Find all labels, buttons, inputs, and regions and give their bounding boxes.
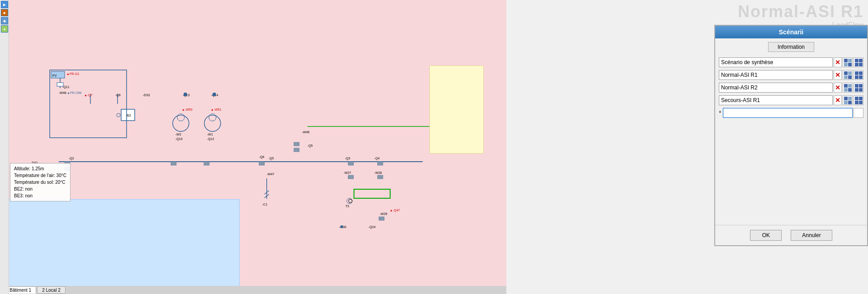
scenario-row-0: ✕ — [719, 57, 863, 67]
svg-text:-Q10: -Q10 — [175, 137, 183, 141]
scenario-del-btn-3[interactable]: ✕ — [834, 95, 842, 105]
svg-rect-83 — [204, 162, 209, 165]
scenario-icon-btn-3a[interactable] — [843, 95, 853, 105]
scenario-icon-btn-0b[interactable] — [854, 57, 863, 67]
svg-rect-82 — [171, 162, 176, 165]
svg-rect-48 — [348, 162, 354, 165]
tooltip-line2: Température de l'air: 30°C — [14, 172, 66, 179]
svg-text:-W1: -W1 — [207, 133, 213, 136]
svg-text:-DS2: -DS2 — [143, 93, 150, 97]
toolbar-btn-4[interactable]: ● — [1, 25, 8, 33]
svg-rect-70 — [354, 189, 390, 198]
svg-rect-53 — [259, 162, 264, 165]
svg-text:▲PR-G1: ▲PR-G1 — [66, 72, 79, 75]
title-area: Normal-ASI R1 LoadFlow — [506, 0, 868, 27]
tooltip-line5: BE3: non — [14, 192, 66, 199]
scenario-icon-btn-2a[interactable] — [843, 83, 853, 93]
svg-text:-Q6: -Q6 — [259, 155, 264, 159]
dialog-footer: OK Annuler — [715, 225, 867, 245]
new-scenario-row: * — [719, 108, 863, 118]
svg-line-58 — [264, 191, 269, 194]
svg-text:-W46: -W46 — [302, 131, 310, 134]
svg-point-62 — [349, 199, 352, 203]
tooltip-line4: BE2: non — [14, 186, 66, 192]
svg-rect-43 — [294, 148, 299, 152]
svg-text:-Q11: -Q11 — [62, 85, 70, 89]
scenarii-dialog: Scénarii Information ✕ — [714, 25, 868, 246]
svg-rect-65 — [379, 217, 384, 220]
info-button-row: Information — [719, 42, 863, 52]
scenario-input-3[interactable] — [719, 95, 833, 105]
scenario-icon-btn-2b[interactable] — [854, 83, 863, 93]
svg-rect-50 — [348, 175, 354, 179]
svg-point-20 — [173, 115, 189, 131]
scenario-icon-btn-1a[interactable] — [843, 70, 853, 80]
scenario-del-btn-1[interactable]: ✕ — [834, 70, 842, 80]
svg-text:-Q4: -Q4 — [374, 157, 380, 160]
toolbar-btn-1[interactable]: ▶ — [1, 1, 8, 8]
scenario-input-0[interactable] — [719, 57, 833, 67]
scenario-input-2[interactable] — [719, 83, 833, 93]
svg-text:-C1: -C1 — [262, 203, 267, 206]
new-scenario-input[interactable] — [723, 108, 853, 118]
tooltip-line1: Altitude: 1.25m — [14, 165, 66, 172]
svg-text:PV: PV — [52, 74, 57, 77]
scenario-icon-btn-3b[interactable] — [854, 95, 863, 105]
dialog-header: Scénarii — [715, 26, 867, 38]
new-scenario-icon-btn[interactable] — [854, 108, 863, 118]
svg-text:-W48: -W48 — [59, 91, 66, 94]
svg-rect-5 — [57, 83, 63, 86]
svg-text:-Q5: -Q5 — [307, 144, 313, 148]
toolbar-btn-3[interactable]: ◆ — [1, 17, 8, 24]
cancel-button[interactable]: Annuler — [791, 230, 832, 241]
svg-rect-30 — [50, 70, 127, 138]
bottom-blue-area — [0, 199, 240, 294]
ok-button[interactable]: OK — [750, 230, 782, 241]
svg-text:-Q5: -Q5 — [269, 157, 274, 160]
scenario-row-1: ✕ — [719, 70, 863, 80]
dialog-body: Information ✕ ✕ — [715, 38, 867, 225]
svg-text:▲-W51: ▲-W51 — [211, 108, 222, 111]
left-toolbar: ▶ ■ ◆ ● — [0, 0, 9, 294]
svg-rect-42 — [294, 142, 299, 146]
new-scenario-star: * — [719, 109, 721, 117]
scenario-del-btn-0[interactable]: ✕ — [834, 57, 842, 67]
svg-text:▲-W50: ▲-W50 — [182, 108, 193, 111]
yellow-area — [429, 65, 484, 154]
tab-local2[interactable]: 2 Local 2 — [37, 286, 66, 294]
scenario-icon-btn-1b[interactable] — [854, 70, 863, 80]
bottom-tabs: 1 Bâtiment 1 2 Local 2 — [0, 286, 506, 294]
svg-text:-Q8: -Q8 — [115, 93, 121, 97]
title-main: Normal-ASI R1 — [738, 2, 863, 21]
info-button[interactable]: Information — [768, 42, 814, 52]
svg-text:▲-Q7: ▲-Q7 — [84, 93, 93, 97]
svg-text:T3: T3 — [345, 205, 349, 208]
scenario-icon-btn-0a[interactable] — [843, 57, 853, 67]
svg-text:B2: B2 — [127, 113, 131, 117]
main-canvas: PV ▲PR-G1 -Q11 -W48 ▲PR-O99 ▲-Q7 -Q8 B2 … — [0, 0, 506, 294]
svg-point-19 — [212, 93, 216, 96]
svg-point-24 — [204, 115, 221, 131]
svg-point-21 — [177, 114, 184, 121]
svg-text:-Q2: -Q2 — [69, 157, 74, 160]
svg-rect-51 — [377, 175, 383, 179]
scenario-row-3: ✕ — [719, 95, 863, 105]
svg-point-67 — [340, 225, 343, 228]
svg-text:-DS6: -DS6 — [339, 225, 346, 229]
svg-text:-Q12: -Q12 — [207, 137, 214, 141]
info-tooltip: Altitude: 1.25m Température de l'air: 30… — [10, 163, 71, 201]
svg-point-25 — [209, 114, 216, 121]
svg-text:-Q14: -Q14 — [211, 93, 218, 97]
svg-point-18 — [184, 93, 187, 96]
svg-text:-W28: -W28 — [374, 171, 382, 174]
scenario-del-btn-2[interactable]: ✕ — [834, 83, 842, 93]
svg-text:-Q13: -Q13 — [183, 93, 190, 97]
svg-text:▲PR-O99: ▲PR-O99 — [67, 91, 81, 94]
scenario-input-1[interactable] — [719, 70, 833, 80]
svg-rect-12 — [121, 109, 135, 121]
svg-text:-Q24: -Q24 — [368, 225, 376, 229]
svg-text:-W27: -W27 — [344, 171, 351, 174]
toolbar-btn-2[interactable]: ■ — [1, 9, 8, 16]
svg-text:-W29: -W29 — [380, 212, 387, 215]
svg-line-57 — [264, 194, 269, 198]
